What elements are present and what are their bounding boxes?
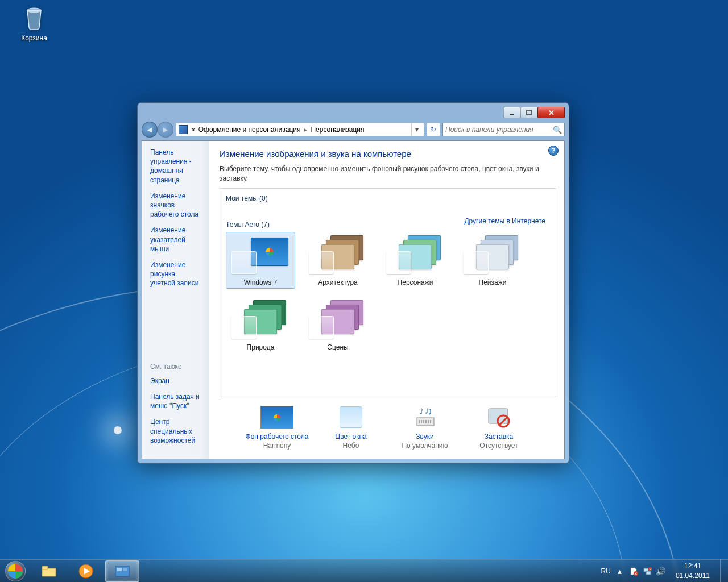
see-also-display[interactable]: Экран xyxy=(150,376,201,385)
theme-thumbnail xyxy=(228,234,293,277)
settings-row: Фон рабочего стола Harmony Цвет окна Неб… xyxy=(220,397,556,459)
sidebar-link-account-picture[interactable]: Изменение рисунка учетной записи xyxy=(150,260,201,288)
theme-item[interactable]: Сцены xyxy=(303,297,373,354)
theme-thumbnail xyxy=(383,234,448,277)
search-input[interactable] xyxy=(445,126,553,134)
theme-label: Архитектура xyxy=(318,278,358,286)
theme-item[interactable]: Пейзажи xyxy=(458,232,527,289)
maximize-button[interactable] xyxy=(520,107,537,118)
window-titlebar[interactable]: ✕ xyxy=(142,107,565,119)
volume-icon[interactable]: 🔊 xyxy=(656,567,665,576)
breadcrumb-parent[interactable]: Оформление и персонализация xyxy=(198,126,301,134)
breadcrumb-current[interactable]: Персонализация xyxy=(311,126,364,134)
desktop-background-setting[interactable]: Фон рабочего стола Harmony xyxy=(240,405,314,450)
see-also-heading: См. также xyxy=(150,363,201,371)
svg-rect-15 xyxy=(42,566,48,569)
svg-rect-23 xyxy=(646,571,651,575)
action-center-icon[interactable]: ✕ xyxy=(629,567,638,576)
help-icon[interactable]: ? xyxy=(548,146,559,156)
screensaver-value: Отсутствует xyxy=(479,442,518,450)
sounds-title: Звуки xyxy=(416,433,433,440)
clock-time: 12:41 xyxy=(676,562,710,571)
minimize-button[interactable] xyxy=(503,107,520,118)
screensaver-icon xyxy=(482,405,516,429)
language-indicator[interactable]: RU xyxy=(601,567,611,575)
close-button[interactable]: ✕ xyxy=(537,107,565,118)
control-panel-icon xyxy=(179,125,188,134)
sidebar-link-desktop-icons[interactable]: Изменение значков рабочего стола xyxy=(150,192,201,219)
themes-panel: Мои темы (0) Другие темы в Интернете Тем… xyxy=(220,188,556,397)
windows-orb-icon xyxy=(5,561,26,581)
sounds-value: По умолчанию xyxy=(402,442,448,450)
taskbar-explorer[interactable] xyxy=(32,560,67,582)
see-also-ease-of-access[interactable]: Центр специальных возможностей xyxy=(150,417,201,445)
desktop-background-title: Фон рабочего стола xyxy=(246,433,309,440)
system-tray: RU ▴ ✕ ✕ 🔊 12:41 01.04.2011 xyxy=(599,560,728,583)
recycle-bin-label: Корзина xyxy=(13,34,56,42)
theme-thumbnail xyxy=(228,299,293,342)
recycle-bin[interactable]: Корзина xyxy=(13,5,56,42)
theme-label: Пейзажи xyxy=(479,278,507,286)
start-button[interactable] xyxy=(0,560,31,583)
address-dropdown[interactable]: ▾ xyxy=(411,123,421,136)
toolbar: ◄ ► « Оформление и персонализация ▸ Перс… xyxy=(142,121,565,138)
see-also-taskbar[interactable]: Панель задач и меню ''Пуск'' xyxy=(150,392,201,410)
search-icon: 🔍 xyxy=(553,126,562,134)
show-desktop-button[interactable] xyxy=(720,560,726,583)
taskbar-personalization[interactable] xyxy=(105,560,139,582)
svg-text:✕: ✕ xyxy=(648,567,651,571)
theme-thumbnail xyxy=(460,234,525,277)
main-pane: ? Изменение изображения и звука на компь… xyxy=(209,141,564,459)
theme-item[interactable]: Природа xyxy=(226,297,295,354)
svg-rect-2 xyxy=(527,110,531,115)
theme-item[interactable]: Персонажи xyxy=(380,232,450,289)
sidebar-link-mouse-pointers[interactable]: Изменение указателей мыши xyxy=(150,226,201,253)
desktop-background-value: Harmony xyxy=(263,442,291,450)
taskbar-media-player[interactable] xyxy=(69,560,103,582)
theme-label: Персонажи xyxy=(398,278,433,286)
personalization-window: ✕ ◄ ► « Оформление и персонализация ▸ Пе… xyxy=(137,102,569,464)
sounds-icon: ♪♫ xyxy=(408,405,442,429)
wallpaper-flare xyxy=(114,426,122,434)
theme-thumbnail xyxy=(305,234,370,277)
window-color-icon xyxy=(334,405,368,429)
address-bar[interactable]: « Оформление и персонализация ▸ Персонал… xyxy=(176,123,424,136)
theme-thumbnail xyxy=(305,299,370,342)
theme-label: Природа xyxy=(247,343,275,351)
breadcrumb-separator: ▸ xyxy=(304,126,307,134)
sidebar: Панель управления - домашняя страница Из… xyxy=(142,141,209,459)
window-color-value: Небо xyxy=(343,442,359,450)
screensaver-setting[interactable]: Заставка Отсутствует xyxy=(462,405,536,450)
search-box[interactable]: 🔍 xyxy=(442,123,565,136)
svg-text:✕: ✕ xyxy=(634,572,638,576)
taskbar-clock[interactable]: 12:41 01.04.2011 xyxy=(670,562,715,580)
my-themes-heading: Мои темы (0) xyxy=(226,194,550,202)
control-panel-home-link[interactable]: Панель управления - домашняя страница xyxy=(150,148,201,185)
svg-text:♪♫: ♪♫ xyxy=(419,405,432,417)
network-icon[interactable]: ✕ xyxy=(643,567,652,576)
recycle-bin-icon xyxy=(20,5,48,32)
tray-chevron-icon[interactable]: ▴ xyxy=(615,567,624,576)
svg-point-0 xyxy=(27,8,41,13)
screensaver-title: Заставка xyxy=(485,433,514,440)
clock-date: 01.04.2011 xyxy=(676,571,710,580)
sounds-setting[interactable]: ♪♫ Звуки По умолчанию xyxy=(388,405,462,450)
svg-rect-19 xyxy=(123,568,127,571)
theme-item[interactable]: Архитектура xyxy=(303,232,373,289)
back-button[interactable]: ◄ xyxy=(142,122,158,138)
theme-label: Сцены xyxy=(327,343,348,351)
window-color-title: Цвет окна xyxy=(335,433,366,440)
theme-item[interactable]: Windows 7 xyxy=(226,232,295,289)
breadcrumb-prefix: « xyxy=(191,126,195,134)
window-color-setting[interactable]: Цвет окна Небо xyxy=(314,405,388,450)
more-themes-online-link[interactable]: Другие темы в Интернете xyxy=(464,217,545,225)
desktop-background-icon xyxy=(260,405,294,429)
page-title: Изменение изображения и звука на компьют… xyxy=(220,149,556,159)
theme-label: Windows 7 xyxy=(244,278,278,286)
refresh-button[interactable]: ↻ xyxy=(427,123,440,136)
page-description: Выберите тему, чтобы одновременно измени… xyxy=(220,164,556,184)
svg-rect-18 xyxy=(117,568,122,571)
forward-button[interactable]: ► xyxy=(158,122,173,138)
taskbar: RU ▴ ✕ ✕ 🔊 12:41 01.04.2011 xyxy=(0,559,728,582)
